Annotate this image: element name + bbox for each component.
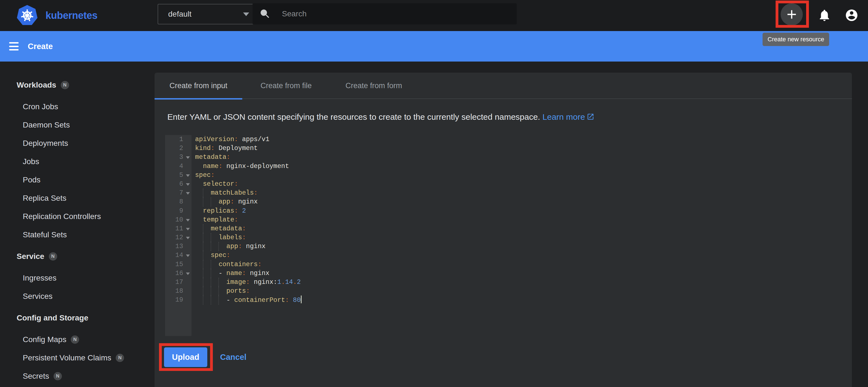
code-line: metadata: (191, 153, 851, 162)
sidebar-item-label: Jobs (23, 157, 39, 166)
indent-guide (211, 242, 211, 251)
indent-guide (211, 269, 211, 278)
line-number: 14 (165, 251, 191, 260)
fold-arrow-icon[interactable] (186, 254, 190, 257)
sidebar-group-label: Service (17, 252, 44, 261)
sidebar-item-ingresses[interactable]: Ingresses (0, 269, 155, 287)
code-line: containers: (191, 260, 851, 269)
indent-guide (203, 233, 204, 242)
upload-button[interactable]: Upload (164, 347, 207, 367)
description-text: Enter YAML or JSON content specifying th… (167, 112, 540, 121)
learn-more-link[interactable]: Learn more (542, 112, 594, 121)
yaml-editor[interactable]: 12345678910111213141516171819 apiVersion… (165, 135, 851, 336)
code-line: spec: (191, 171, 851, 180)
sidebar-item-config-maps[interactable]: Config MapsN (0, 330, 155, 349)
code-line: spec: (191, 251, 851, 260)
fold-arrow-icon[interactable] (186, 192, 190, 195)
sidebar-item-stateful-sets[interactable]: Stateful Sets (0, 226, 155, 244)
app-bar: Create (0, 31, 868, 62)
sidebar-group-label: Workloads (17, 81, 56, 90)
code-line: selector: (191, 180, 851, 188)
create-new-resource-button[interactable] (781, 3, 803, 26)
sidebar-item-label: Pods (23, 175, 40, 184)
page-title: Create (28, 31, 53, 62)
tab-create-from-form[interactable]: Create from form (330, 73, 417, 99)
line-number: 13 (165, 242, 191, 251)
code-line: template: (191, 215, 851, 224)
search-icon (259, 8, 271, 20)
code-line: matchLabels: (191, 188, 851, 198)
code-line: image: nginx:1.14.2 (191, 278, 851, 287)
line-number: 3 (165, 153, 191, 162)
namespaced-badge: N (116, 354, 124, 362)
sidebar-item-cron-jobs[interactable]: Cron Jobs (0, 98, 155, 116)
code-line: replicas: 2 (191, 207, 851, 215)
cancel-button[interactable]: Cancel (220, 347, 246, 367)
sidebar-item-label: Replica Sets (23, 194, 66, 203)
code-line: ports: (191, 287, 851, 295)
fold-arrow-icon[interactable] (186, 183, 190, 186)
line-number: 9 (165, 207, 191, 215)
chevron-down-icon (243, 12, 249, 16)
fold-arrow-icon[interactable] (186, 273, 190, 275)
sidebar-item-label: Services (23, 292, 53, 301)
line-number: 8 (165, 198, 191, 206)
sidebar-item-deployments[interactable]: Deployments (0, 134, 155, 152)
code-line: labels: (191, 233, 851, 242)
plus-icon (784, 7, 799, 22)
sidebar-item-label: Cron Jobs (23, 102, 58, 111)
namespace-selector[interactable]: default (158, 4, 257, 24)
sidebar-item-replication-controllers[interactable]: Replication Controllers (0, 207, 155, 226)
sidebar-item-jobs[interactable]: Jobs (0, 152, 155, 171)
fold-arrow-icon[interactable] (186, 237, 190, 239)
code-line: - containerPort: 80 (191, 295, 851, 305)
code-line: app: nginx (191, 198, 851, 206)
namespaced-badge: N (54, 372, 62, 380)
sidebar-item-pods[interactable]: Pods (0, 171, 155, 189)
line-number: 15 (165, 260, 191, 269)
indent-guide (203, 278, 204, 287)
indent-guide (203, 251, 204, 260)
sidebar-item-persistent-volume-claims[interactable]: Persistent Volume ClaimsN (0, 349, 155, 367)
sidebar-group-header[interactable]: Config and Storage (0, 309, 155, 327)
sidebar-item-secrets[interactable]: SecretsN (0, 367, 155, 385)
text-cursor (301, 295, 302, 303)
editor-gutter: 12345678910111213141516171819 (165, 135, 191, 336)
fold-arrow-icon[interactable] (186, 156, 190, 159)
fold-arrow-icon[interactable] (186, 219, 190, 221)
account-button[interactable] (845, 8, 859, 22)
indent-guide (203, 224, 204, 233)
sidebar-group-header[interactable]: ServiceN (0, 247, 155, 266)
line-number: 1 (165, 135, 191, 144)
sidebar-item-label: Stateful Sets (23, 231, 67, 239)
tab-create-from-input[interactable]: Create from input (155, 73, 242, 99)
top-bar: kubernetes default (0, 0, 868, 31)
sidebar-item-daemon-sets[interactable]: Daemon Sets (0, 116, 155, 134)
fold-arrow-icon[interactable] (186, 174, 190, 177)
line-number: 5 (165, 171, 191, 180)
sidebar-item-label: Ingresses (23, 274, 56, 282)
bell-icon (817, 8, 831, 22)
namespace-value: default (168, 10, 243, 19)
indent-guide (218, 278, 219, 287)
sidebar-group-header[interactable]: WorkloadsN (0, 76, 155, 94)
notifications-button[interactable] (817, 8, 831, 22)
sidebar-item-replica-sets[interactable]: Replica Sets (0, 189, 155, 207)
fold-arrow-icon[interactable] (186, 228, 190, 231)
namespaced-badge: N (49, 252, 57, 260)
indent-guide (211, 287, 211, 295)
search-input[interactable] (282, 9, 504, 18)
indent-guide (203, 260, 204, 269)
menu-button[interactable] (9, 42, 19, 50)
kubernetes-logo-icon (16, 4, 38, 27)
code-line: kind: Deployment (191, 144, 851, 153)
tab-create-from-file[interactable]: Create from file (242, 73, 330, 99)
sidebar-item-label: Config Maps (23, 335, 66, 344)
sidebar-item-services[interactable]: Services (0, 287, 155, 306)
external-link-icon (587, 113, 594, 120)
line-number: 2 (165, 144, 191, 153)
line-number: 10 (165, 215, 191, 224)
line-number: 16 (165, 269, 191, 278)
brand-home-link[interactable]: kubernetes (16, 4, 97, 27)
code-line: apiVersion: apps/v1 (191, 135, 851, 144)
